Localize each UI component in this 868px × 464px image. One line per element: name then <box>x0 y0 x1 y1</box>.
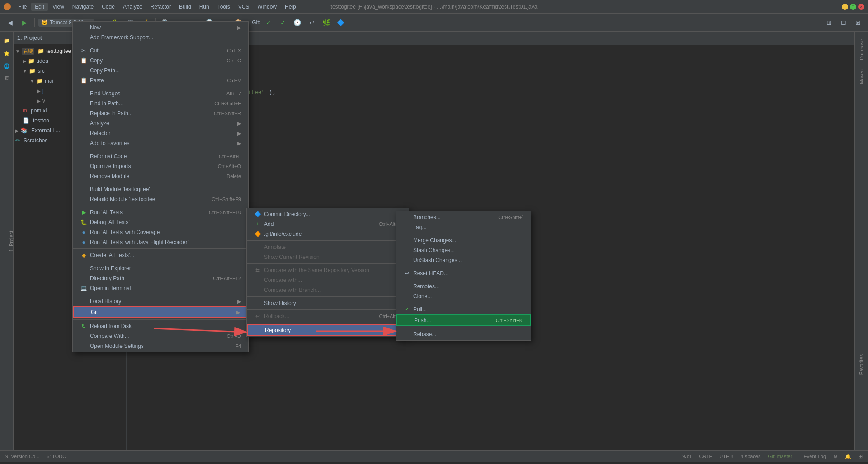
ctx-show-explorer[interactable]: Show in Explorer <box>73 263 248 273</box>
line-ending[interactable]: CRLF <box>699 454 712 459</box>
event-log[interactable]: 1 Event Log <box>799 454 826 459</box>
ctx-copy-path[interactable]: Copy Path... <box>73 66 248 75</box>
git-icon2[interactable]: 🔷 <box>335 16 347 29</box>
ctx-repository[interactable]: Repository ▶ <box>247 324 409 336</box>
git-check2[interactable]: ✓ <box>277 16 289 29</box>
ctx-add[interactable]: +AddCtrl+Alt+A <box>247 219 409 229</box>
ctx-branches[interactable]: Branches...Ctrl+Shift+` <box>396 212 531 222</box>
favorites-icon[interactable]: ⭐ <box>1 48 12 59</box>
ctx-analyze[interactable]: Analyze▶ <box>73 118 248 128</box>
ctx-copy[interactable]: 📋CopyCtrl+C <box>73 56 248 66</box>
ctx-cut[interactable]: ✂CutCtrl+X <box>73 46 248 56</box>
ctx-merge-changes[interactable]: Merge Changes... <box>396 235 531 245</box>
menu-edit[interactable]: Edit <box>31 3 48 11</box>
arrow-icon: ▼ <box>15 49 20 54</box>
ctx-pull[interactable]: ✓Pull... <box>396 305 531 314</box>
ctx-sep-7 <box>73 262 248 262</box>
forward-button[interactable]: ▶ <box>18 16 31 29</box>
menu-view[interactable]: View <box>49 3 68 11</box>
ctx-add-framework[interactable]: Add Framework Support... <box>73 33 248 42</box>
ctx-run-tests[interactable]: ▶Run 'All Tests'Ctrl+Shift+F10 <box>73 207 248 217</box>
menu-run[interactable]: Run <box>196 3 213 11</box>
ctx-rebase[interactable]: Rebase... <box>396 329 531 339</box>
ctx-repo-sep-3 <box>396 280 531 280</box>
menu-code[interactable]: Code <box>98 3 118 11</box>
ctx-gitinfo-exclude[interactable]: 🔶.git/info/exclude <box>247 229 409 239</box>
git-branch[interactable]: 🌿 <box>320 16 333 29</box>
ctx-directory-path[interactable]: Directory PathCtrl+Alt+F12 <box>73 273 248 283</box>
project-icon[interactable]: 📁 <box>1 35 12 46</box>
ctx-repo-sep-4 <box>396 303 531 303</box>
expand-icon[interactable]: ⊞ <box>859 454 863 459</box>
ctx-run-flight[interactable]: ●Run 'All Tests' with 'Java Flight Recor… <box>73 237 248 247</box>
ctx-clone[interactable]: Clone... <box>396 291 531 301</box>
ctx-create-tests[interactable]: ◆Create 'All Tests'... <box>73 250 248 260</box>
ctx-debug-tests[interactable]: 🐛Debug 'All Tests' <box>73 217 248 227</box>
ctx-find-usages[interactable]: Find UsagesAlt+F7 <box>73 89 248 98</box>
ctx-open-module-settings[interactable]: Open Module SettingsF4 <box>73 341 248 351</box>
git-stash[interactable]: ↩ <box>306 16 318 29</box>
ctx-find-path[interactable]: Find in Path...Ctrl+Shift+F <box>73 98 248 108</box>
ctx-build-module[interactable]: Build Module 'testtogitee' <box>73 184 248 194</box>
ctx-run-coverage[interactable]: ●Run 'All Tests' with Coverage <box>73 227 248 237</box>
layout-btn1[interactable]: ⊞ <box>823 16 835 29</box>
structure-icon[interactable]: 🏗 <box>1 73 12 84</box>
menu-tools[interactable]: Tools <box>214 3 234 11</box>
maximize-button[interactable]: □ <box>850 4 856 10</box>
layout-btn3[interactable]: ⊠ <box>852 16 864 29</box>
ctx-remotes[interactable]: Remotes... <box>396 281 531 291</box>
ctx-new[interactable]: New▶ <box>73 23 248 33</box>
ctx-reload[interactable]: ↻Reload from Disk <box>73 321 248 331</box>
badge-label: 右键 <box>22 48 34 55</box>
close-button[interactable]: × <box>858 4 864 10</box>
menu-window[interactable]: Window <box>254 3 280 11</box>
ctx-compare-with[interactable]: Compare With...Ctrl+D <box>73 331 248 341</box>
back-button[interactable]: ◀ <box>4 16 16 29</box>
ctx-rebuild-module[interactable]: Rebuild Module 'testtogitee'Ctrl+Shift+F… <box>73 194 248 204</box>
ctx-tag[interactable]: Tag... <box>396 222 531 232</box>
ctx-remove-module[interactable]: Remove ModuleDelete <box>73 171 248 181</box>
git-history[interactable]: 🕐 <box>291 16 304 29</box>
ctx-reset-head[interactable]: ↩Reset HEAD... <box>396 268 531 278</box>
ctx-show-history[interactable]: Show History <box>247 298 409 308</box>
menu-file[interactable]: File <box>14 3 30 11</box>
notifications-icon[interactable]: 🔔 <box>845 454 851 459</box>
ctx-sep-4 <box>73 183 248 183</box>
version-control-status[interactable]: 9: Version Co... <box>5 454 39 459</box>
database-panel-label[interactable]: Database <box>858 35 865 64</box>
menu-navigate[interactable]: Navigate <box>69 3 97 11</box>
indent[interactable]: 4 spaces <box>741 454 760 459</box>
ctx-push[interactable]: Push... Ctrl+Shift+K <box>396 314 531 326</box>
git-check1[interactable]: ✓ <box>262 16 275 29</box>
ctx-commit-dir[interactable]: 🔷Commit Directory... <box>247 209 409 219</box>
menu-vcs[interactable]: VCS <box>235 3 253 11</box>
ctx-paste[interactable]: 📋PasteCtrl+V <box>73 75 248 85</box>
ctx-open-terminal[interactable]: 💻Open in Terminal <box>73 283 248 293</box>
ctx-add-favorites[interactable]: Add to Favorites▶ <box>73 138 248 148</box>
favorites-panel-label[interactable]: Favorites <box>858 351 865 378</box>
src-icon: 📁 <box>29 68 36 74</box>
ctx-unstash[interactable]: UnStash Changes... <box>396 255 531 265</box>
ctx-git[interactable]: Git ▶ <box>73 306 248 318</box>
layout-btn2[interactable]: ⊟ <box>837 16 850 29</box>
todo-status[interactable]: 6: TODO <box>47 454 66 459</box>
minimize-button[interactable]: – <box>842 4 848 10</box>
ctx-replace-path[interactable]: Replace in Path...Ctrl+Shift+R <box>73 108 248 118</box>
idea-icon: 📁 <box>28 58 35 64</box>
settings-icon[interactable]: ⚙ <box>833 454 838 459</box>
ctx-reformat[interactable]: Reformat CodeCtrl+Alt+L <box>73 151 248 161</box>
ctx-optimize-imports[interactable]: Optimize ImportsCtrl+Alt+O <box>73 161 248 171</box>
window-controls: – □ × <box>842 4 864 10</box>
git-branch-status[interactable]: Git: master <box>768 454 792 459</box>
ctx-local-history[interactable]: Local History▶ <box>73 296 248 306</box>
ctx-stash[interactable]: Stash Changes... <box>396 245 531 255</box>
web-icon[interactable]: 🌐 <box>1 61 12 71</box>
maven-panel-label[interactable]: Maven <box>858 66 865 88</box>
ctx-refactor[interactable]: Refactor▶ <box>73 128 248 138</box>
menu-build[interactable]: Build <box>175 3 195 11</box>
encoding[interactable]: UTF-8 <box>719 454 733 459</box>
menu-refactor[interactable]: Refactor <box>147 3 175 11</box>
reset-icon: ↩ <box>403 270 410 277</box>
menu-help[interactable]: Help <box>281 3 300 11</box>
menu-analyze[interactable]: Analyze <box>119 3 146 11</box>
